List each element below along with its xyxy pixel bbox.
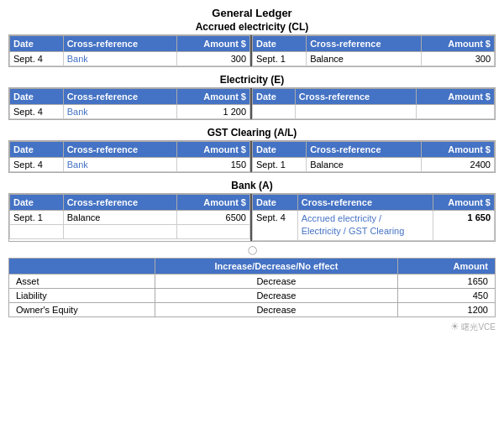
- gst-left-date-header: Date: [10, 142, 64, 158]
- elec-right-ref-header: Cross-reference: [295, 89, 417, 105]
- gst-left-ref-header: Cross-reference: [63, 142, 177, 158]
- table-row: [253, 105, 495, 119]
- date-cell: Sept. 4: [10, 158, 64, 172]
- ref-cell: Balance: [63, 211, 177, 225]
- accrued-el-right-amt-header: Amount $: [421, 36, 494, 52]
- date-cell: Sept. 4: [253, 211, 298, 241]
- summary-equity-row: Owner's Equity Decrease 1200: [9, 302, 496, 317]
- table-row: Sept. 4 Accrued electricity /Electricity…: [253, 211, 495, 241]
- ref-cell: Balance: [307, 158, 422, 172]
- bank-left-amt-header: Amount $: [177, 195, 250, 211]
- date-cell: Sept. 1: [10, 211, 64, 225]
- table-row: Sept. 4 Bank 150: [10, 158, 250, 172]
- summary-equity-label: Owner's Equity: [9, 302, 155, 317]
- summary-section: Increase/Decrease/No effect Amount Asset…: [8, 258, 496, 317]
- date-cell: Sept. 1: [253, 158, 307, 172]
- section-electricity: Electricity (E) Date Cross-reference Amo…: [8, 74, 496, 120]
- amount-cell: [417, 105, 495, 119]
- elec-left-ref-header: Cross-reference: [63, 89, 177, 105]
- amount-cell: 300: [421, 52, 494, 66]
- bank-left-date-header: Date: [10, 195, 64, 211]
- bank-left-ref-header: Cross-reference: [63, 195, 177, 211]
- summary-asset-amount: 1650: [398, 274, 496, 288]
- watermark-icon: ☀: [450, 321, 459, 332]
- ref-cell: Balance: [307, 52, 422, 66]
- summary-liability-effect: Decrease: [155, 288, 398, 302]
- accrued-el-left-ref-header: Cross-reference: [63, 36, 177, 52]
- ref-cell: Accrued electricity /Electricity / GST C…: [297, 211, 433, 241]
- elec-right-amt-header: Amount $: [417, 89, 495, 105]
- table-row: Sept. 4 Bank 300: [10, 52, 250, 66]
- amount-cell: 150: [177, 158, 250, 172]
- bank-right-ref-header: Cross-reference: [297, 195, 433, 211]
- amount-cell: 300: [177, 52, 250, 66]
- ref-cell: [63, 225, 177, 239]
- table-row: [10, 225, 250, 239]
- accrued-el-left-date-header: Date: [10, 36, 64, 52]
- summary-liability-row: Liability Decrease 450: [9, 288, 496, 302]
- page-title: General Ledger: [8, 7, 496, 19]
- accrued-electricity-title: Accrued electricity (CL): [8, 21, 496, 33]
- gst-left-amt-header: Amount $: [177, 142, 250, 158]
- gst-right-ref-header: Cross-reference: [307, 142, 422, 158]
- gst-right-amt-header: Amount $: [421, 142, 494, 158]
- summary-asset-label: Asset: [9, 274, 155, 288]
- amount-cell: 1 650: [433, 211, 494, 241]
- summary-effect-header: Increase/Decrease/No effect: [155, 258, 398, 274]
- gst-right-date-header: Date: [253, 142, 307, 158]
- amount-cell: [177, 225, 250, 239]
- watermark-text: 曙光VCE: [461, 322, 496, 332]
- amount-cell: 1 200: [177, 105, 250, 119]
- summary-amount-header: Amount: [398, 258, 496, 274]
- summary-liability-label: Liability: [9, 288, 155, 302]
- gst-clearing-title: GST Clearing (A/L): [8, 127, 496, 139]
- date-cell: Sept. 4: [10, 105, 64, 119]
- summary-equity-effect: Decrease: [155, 302, 398, 317]
- section-accrued-electricity: Accrued electricity (CL) Date Cross-refe…: [8, 21, 496, 67]
- elec-left-amt-header: Amount $: [177, 89, 250, 105]
- accrued-el-left-amt-header: Amount $: [177, 36, 250, 52]
- date-cell: Sept. 1: [253, 52, 307, 66]
- ref-cell: Bank: [63, 158, 177, 172]
- section-bank: Bank (A) Date Cross-reference Amount $ S…: [8, 180, 496, 242]
- bank-title: Bank (A): [8, 180, 496, 191]
- amount-cell: 2400: [421, 158, 494, 172]
- summary-asset-effect: Decrease: [155, 274, 398, 288]
- date-cell: [10, 225, 64, 239]
- elec-left-date-header: Date: [10, 89, 64, 105]
- table-row: Sept. 1 Balance 2400: [253, 158, 495, 172]
- bank-right-amt-header: Amount $: [433, 195, 494, 211]
- section-gst-clearing: GST Clearing (A/L) Date Cross-reference …: [8, 127, 496, 173]
- amount-cell: 6500: [177, 211, 250, 225]
- accrued-el-right-ref-header: Cross-reference: [307, 36, 422, 52]
- bank-right-date-header: Date: [253, 195, 298, 211]
- ref-cell: Bank: [63, 52, 177, 66]
- summary-label-header: [9, 258, 155, 274]
- ref-cell: Bank: [63, 105, 177, 119]
- elec-right-date-header: Date: [253, 89, 296, 105]
- summary-table: Increase/Decrease/No effect Amount Asset…: [8, 258, 496, 317]
- table-row: Sept. 1 Balance 6500: [10, 211, 250, 225]
- date-cell: Sept. 4: [10, 52, 64, 66]
- summary-equity-amount: 1200: [398, 302, 496, 317]
- table-row: Sept. 4 Bank 1 200: [10, 105, 250, 119]
- electricity-title: Electricity (E): [8, 74, 496, 86]
- date-cell: [253, 105, 296, 119]
- scroll-indicator: ◯: [8, 245, 496, 254]
- table-row: Sept. 1 Balance 300: [253, 52, 495, 66]
- watermark: ☀ 曙光VCE: [8, 321, 496, 333]
- ref-cell: [295, 105, 417, 119]
- accrued-el-right-date-header: Date: [253, 36, 307, 52]
- summary-liability-amount: 450: [398, 288, 496, 302]
- summary-asset-row: Asset Decrease 1650: [9, 274, 496, 288]
